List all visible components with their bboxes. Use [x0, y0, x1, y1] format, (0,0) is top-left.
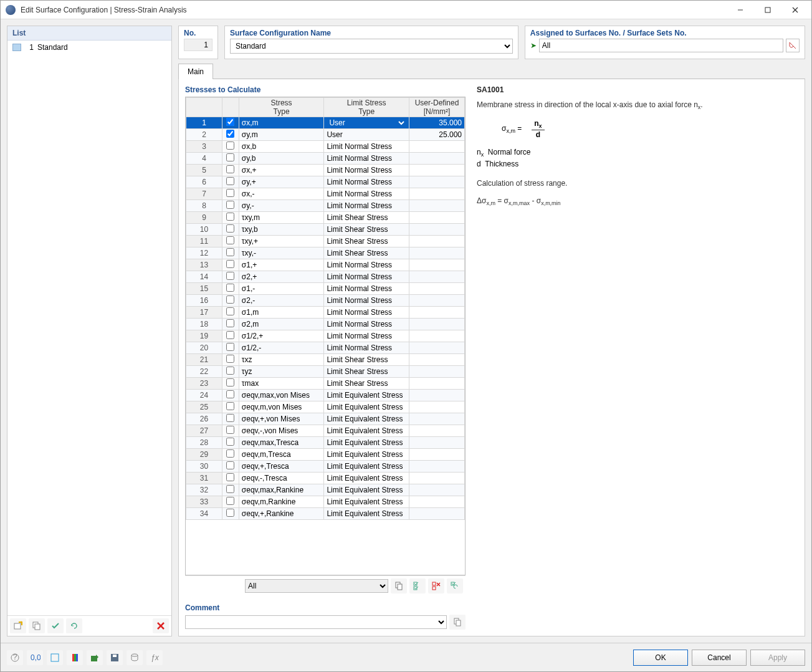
cell-user-defined[interactable] — [409, 224, 464, 236]
table-row[interactable]: 17 σ1,m Limit Normal Stress — [186, 307, 465, 319]
cell-limit-type[interactable]: Limit Shear Stress — [324, 247, 409, 259]
script-button[interactable]: ƒx — [146, 650, 163, 665]
cell-stress-type[interactable]: σeqv,+,Rankine — [239, 508, 324, 520]
units-button[interactable]: 0,00 — [27, 650, 43, 665]
apply-button[interactable]: Apply — [750, 650, 805, 666]
cell-limit-type[interactable]: Limit Equivalent Stress — [324, 401, 409, 413]
table-row[interactable]: 12 τxy,- Limit Shear Stress — [186, 247, 465, 259]
copy-item-button[interactable] — [29, 618, 45, 633]
cell-stress-type[interactable]: σy,m — [239, 129, 324, 141]
cell-stress-type[interactable]: σx,m — [239, 117, 324, 129]
cell-user-defined[interactable] — [409, 200, 464, 212]
cell-user-defined[interactable] — [409, 437, 464, 449]
close-button[interactable] — [781, 1, 809, 19]
row-checkbox[interactable] — [226, 224, 234, 233]
table-row[interactable]: 27 σeqv,-,von Mises Limit Equivalent Str… — [186, 425, 465, 437]
row-checkbox[interactable] — [226, 213, 234, 221]
database-button[interactable] — [127, 650, 143, 665]
check-button[interactable] — [47, 618, 64, 633]
cell-user-defined[interactable] — [409, 366, 464, 378]
row-checkbox[interactable] — [226, 343, 234, 351]
grid-filter-select[interactable]: All — [245, 579, 388, 593]
cell-stress-type[interactable]: σ1/2,- — [239, 342, 324, 354]
table-row[interactable]: 8 σy,- Limit Normal Stress — [186, 200, 465, 212]
cell-user-defined[interactable] — [409, 259, 464, 271]
row-checkbox[interactable] — [226, 118, 234, 126]
row-checkbox[interactable] — [226, 461, 234, 469]
cell-limit-type[interactable]: Limit Equivalent Stress — [324, 425, 409, 437]
cell-limit-type[interactable]: Limit Shear Stress — [324, 378, 409, 390]
cell-stress-type[interactable]: σ1/2,+ — [239, 330, 324, 342]
table-row[interactable]: 13 σ1,+ Limit Normal Stress — [186, 259, 465, 271]
table-row[interactable]: 31 σeqv,-,Tresca Limit Equivalent Stress — [186, 473, 465, 484]
tab-main[interactable]: Main — [178, 64, 213, 79]
cell-stress-type[interactable]: σ1,m — [239, 307, 324, 319]
table-row[interactable]: 9 τxy,m Limit Shear Stress — [186, 212, 465, 224]
view-button[interactable] — [47, 650, 63, 665]
table-row[interactable]: 2 σy,m User 25.000 — [186, 129, 465, 141]
row-checkbox[interactable] — [226, 177, 234, 185]
row-checkbox[interactable] — [226, 414, 234, 422]
row-checkbox[interactable] — [226, 449, 234, 458]
row-checkbox[interactable] — [226, 497, 234, 505]
cell-limit-type[interactable]: Limit Normal Stress — [324, 307, 409, 319]
cell-stress-type[interactable]: σ2,+ — [239, 271, 324, 283]
cell-limit-type[interactable]: Limit Normal Stress — [324, 259, 409, 271]
cell-stress-type[interactable]: σy,+ — [239, 176, 324, 188]
cell-stress-type[interactable]: σy,- — [239, 200, 324, 212]
cell-user-defined[interactable] — [409, 188, 464, 200]
refresh-button[interactable] — [66, 618, 82, 633]
cell-limit-type[interactable]: Limit Normal Stress — [324, 165, 409, 176]
table-row[interactable]: 15 σ1,- Limit Normal Stress — [186, 283, 465, 295]
table-row[interactable]: 25 σeqv,m,von Mises Limit Equivalent Str… — [186, 401, 465, 413]
table-row[interactable]: 33 σeqv,m,Rankine Limit Equivalent Stres… — [186, 496, 465, 508]
cell-user-defined[interactable] — [409, 141, 464, 153]
cell-user-defined[interactable] — [409, 508, 464, 520]
cell-limit-type[interactable]: Limit Equivalent Stress — [324, 390, 409, 401]
cell-user-defined[interactable] — [409, 413, 464, 425]
cell-user-defined[interactable] — [409, 496, 464, 508]
ok-button[interactable]: OK — [633, 650, 688, 666]
cell-user-defined[interactable] — [409, 295, 464, 307]
cell-stress-type[interactable]: τxy,+ — [239, 236, 324, 247]
cell-stress-type[interactable]: σeqv,+,von Mises — [239, 413, 324, 425]
cell-user-defined[interactable] — [409, 354, 464, 366]
row-checkbox[interactable] — [226, 331, 234, 339]
row-checkbox[interactable] — [226, 153, 234, 161]
cell-limit-type[interactable]: Limit Normal Stress — [324, 200, 409, 212]
cell-user-defined[interactable] — [409, 176, 464, 188]
cell-stress-type[interactable]: σ2,m — [239, 319, 324, 330]
row-checkbox[interactable] — [226, 438, 234, 446]
row-checkbox[interactable] — [226, 165, 234, 173]
cell-stress-type[interactable]: τxy,b — [239, 224, 324, 236]
cell-stress-type[interactable]: σ1,+ — [239, 259, 324, 271]
cell-stress-type[interactable]: σeqv,max,Tresca — [239, 437, 324, 449]
row-checkbox[interactable] — [226, 485, 234, 493]
cell-user-defined[interactable] — [409, 449, 464, 461]
row-checkbox[interactable] — [226, 307, 234, 315]
cell-user-defined[interactable] — [409, 153, 464, 165]
cell-limit-type[interactable]: Limit Shear Stress — [324, 354, 409, 366]
cell-stress-type[interactable]: σx,+ — [239, 165, 324, 176]
row-checkbox[interactable] — [226, 509, 234, 517]
cell-user-defined[interactable] — [409, 330, 464, 342]
cell-limit-type[interactable]: Limit Normal Stress — [324, 176, 409, 188]
cell-user-defined[interactable] — [409, 165, 464, 176]
cell-limit-type[interactable]: Limit Normal Stress — [324, 295, 409, 307]
table-row[interactable]: 30 σeqv,+,Tresca Limit Equivalent Stress — [186, 461, 465, 473]
cell-user-defined[interactable] — [409, 401, 464, 413]
cell-stress-type[interactable]: σeqv,-,Tresca — [239, 473, 324, 484]
row-checkbox[interactable] — [226, 130, 234, 138]
comment-input[interactable] — [185, 615, 447, 629]
cell-limit-type[interactable]: Limit Equivalent Stress — [324, 449, 409, 461]
cell-limit-type[interactable]: Limit Equivalent Stress — [324, 508, 409, 520]
table-row[interactable]: 23 τmax Limit Shear Stress — [186, 378, 465, 390]
table-row[interactable]: 24 σeqv,max,von Mises Limit Equivalent S… — [186, 390, 465, 401]
table-row[interactable]: 32 σeqv,max,Rankine Limit Equivalent Str… — [186, 484, 465, 496]
row-checkbox[interactable] — [226, 189, 234, 197]
table-row[interactable]: 34 σeqv,+,Rankine Limit Equivalent Stres… — [186, 508, 465, 520]
table-row[interactable]: 21 τxz Limit Shear Stress — [186, 354, 465, 366]
table-row[interactable]: 4 σy,b Limit Normal Stress — [186, 153, 465, 165]
cell-user-defined[interactable] — [409, 342, 464, 354]
cell-limit-type[interactable]: Limit Shear Stress — [324, 366, 409, 378]
